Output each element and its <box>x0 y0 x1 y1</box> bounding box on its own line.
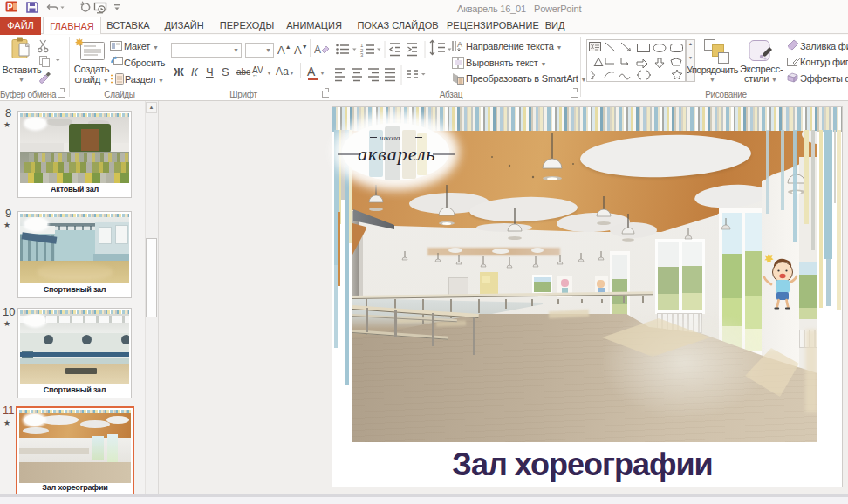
svg-text:акварель: акварель <box>358 143 436 165</box>
svg-text:А: А <box>314 44 321 56</box>
svg-text:P: P <box>7 3 13 12</box>
svg-text:A: A <box>457 40 462 49</box>
svg-text:школа: школа <box>380 133 400 142</box>
svg-text:3: 3 <box>360 52 364 58</box>
